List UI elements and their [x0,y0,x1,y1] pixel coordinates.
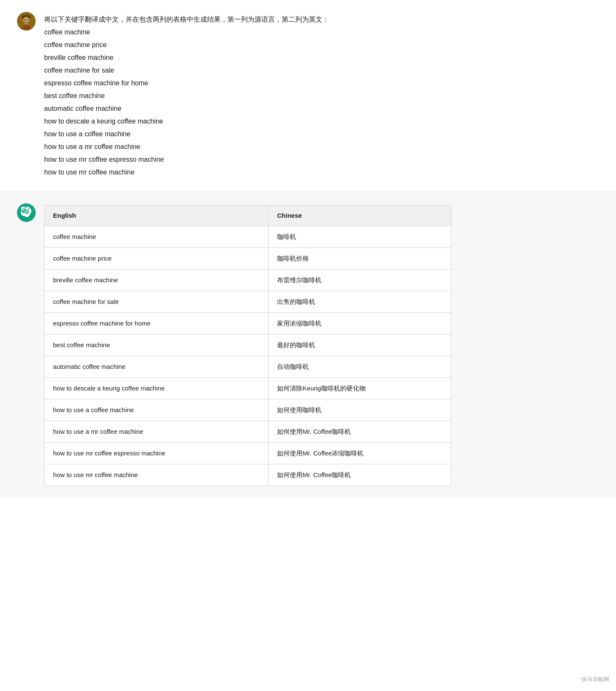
english-cell: coffee machine price [45,248,269,270]
chinese-cell: 自动咖啡机 [269,356,451,378]
table-row: coffee machine price咖啡机价格 [45,248,451,270]
table-row: best coffee machine最好的咖啡机 [45,334,451,356]
english-cell: how to use a coffee machine [45,399,269,421]
keyword-item: coffee machine [44,26,599,38]
table-row: espresso coffee machine for home家用浓缩咖啡机 [45,313,451,334]
english-cell: coffee machine [45,226,269,248]
english-cell: automatic coffee machine [45,356,269,378]
chinese-cell: 布雷维尔咖啡机 [269,270,451,291]
table-row: coffee machine for sale出售的咖啡机 [45,291,451,313]
english-cell: how to use a mr coffee machine [45,421,269,443]
english-cell: how to use mr coffee machine [45,464,269,486]
ai-avatar [17,203,36,222]
keyword-item: espresso coffee machine for home [44,77,599,89]
keyword-item: how to use mr coffee machine [44,166,599,178]
user-message-block: 将以下关键字翻译成中文，并在包含两列的表格中生成结果，第一列为源语言，第二列为英… [0,0,616,191]
keyword-item: how to use mr coffee espresso machine [44,154,599,166]
svg-point-4 [24,20,25,21]
user-message-content: 将以下关键字翻译成中文，并在包含两列的表格中生成结果，第一列为源语言，第二列为英… [44,12,599,179]
ai-message-block: English Chinese coffee machine咖啡机coffee … [0,191,616,498]
watermark: 快马导航网 [582,675,609,684]
chinese-cell: 如何使用Mr. Coffee咖啡机 [269,464,451,486]
table-row: automatic coffee machine自动咖啡机 [45,356,451,378]
col-english-header: English [45,205,269,226]
table-row: how to use mr coffee machine如何使用Mr. Coff… [45,464,451,486]
english-cell: how to use mr coffee espresso machine [45,443,269,464]
chinese-cell: 如何使用Mr. Coffee咖啡机 [269,421,451,443]
english-cell: best coffee machine [45,334,269,356]
chinese-cell: 家用浓缩咖啡机 [269,313,451,334]
chinese-cell: 如何清除Keurig咖啡机的硬化物 [269,378,451,399]
translation-table: English Chinese coffee machine咖啡机coffee … [44,205,451,486]
ai-message-content: English Chinese coffee machine咖啡机coffee … [44,203,599,486]
chat-container: 将以下关键字翻译成中文，并在包含两列的表格中生成结果，第一列为源语言，第二列为英… [0,0,616,498]
keyword-item: how to use a coffee machine [44,128,599,140]
table-row: how to descale a keurig coffee machine如何… [45,378,451,399]
keyword-item: coffee machine for sale [44,65,599,76]
table-row: how to use a mr coffee machine如何使用Mr. Co… [45,421,451,443]
chinese-cell: 咖啡机价格 [269,248,451,270]
user-avatar [17,12,36,31]
keyword-item: how to use a mr coffee machine [44,141,599,153]
prompt-text: 将以下关键字翻译成中文，并在包含两列的表格中生成结果，第一列为源语言，第二列为英… [44,14,599,25]
table-row: breville coffee machine布雷维尔咖啡机 [45,270,451,291]
keyword-item: coffee machine price [44,39,599,51]
english-cell: breville coffee machine [45,270,269,291]
table-row: coffee machine咖啡机 [45,226,451,248]
table-row: how to use mr coffee espresso machine如何使… [45,443,451,464]
chinese-cell: 如何使用Mr. Coffee浓缩咖啡机 [269,443,451,464]
keyword-list: coffee machinecoffee machine pricebrevil… [44,26,599,178]
english-cell: coffee machine for sale [45,291,269,313]
table-header-row: English Chinese [45,205,451,226]
english-cell: how to descale a keurig coffee machine [45,378,269,399]
col-chinese-header: Chinese [269,205,451,226]
chinese-cell: 出售的咖啡机 [269,291,451,313]
chinese-cell: 如何使用咖啡机 [269,399,451,421]
keyword-item: best coffee machine [44,90,599,102]
keyword-item: how to descale a keurig coffee machine [44,115,599,127]
chinese-cell: 最好的咖啡机 [269,334,451,356]
keyword-item: breville coffee machine [44,52,599,64]
table-row: how to use a coffee machine如何使用咖啡机 [45,399,451,421]
chinese-cell: 咖啡机 [269,226,451,248]
english-cell: espresso coffee machine for home [45,313,269,334]
svg-point-5 [27,20,28,21]
keyword-item: automatic coffee machine [44,103,599,115]
